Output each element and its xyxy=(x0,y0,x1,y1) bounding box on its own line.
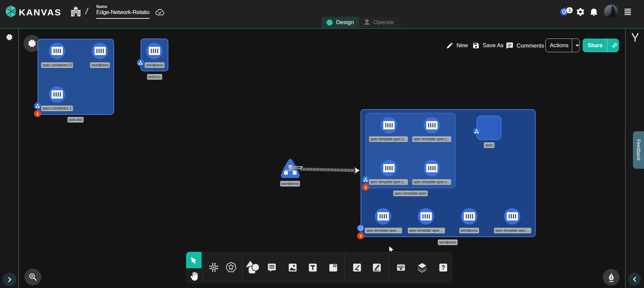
svg-text:1: 1 xyxy=(569,8,571,13)
svg-text:?: ? xyxy=(441,264,445,271)
